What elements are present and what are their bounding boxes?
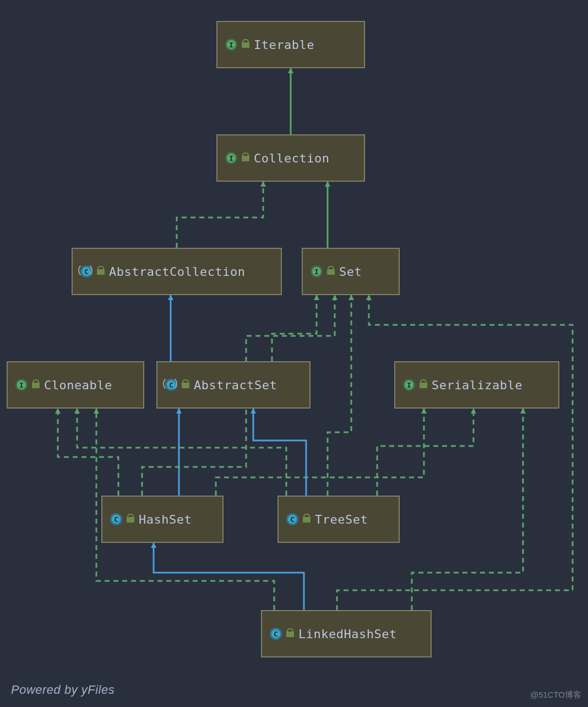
node-label: AbstractCollection <box>109 265 245 279</box>
node-linkedHashSet[interactable]: CLinkedHashSet <box>261 610 432 657</box>
interface-badge-icon: I <box>225 152 237 164</box>
node-label: TreeSet <box>315 513 368 526</box>
lock-icon <box>97 268 105 275</box>
edge-linkedHashSet-to-hashSet <box>154 543 304 610</box>
node-label: Set <box>339 265 362 279</box>
interface-badge-icon: I <box>15 379 28 391</box>
diagram-canvas: IIterableICollectionCAbstractCollectionI… <box>0 0 588 707</box>
node-abstractCollection[interactable]: CAbstractCollection <box>72 248 282 295</box>
watermark-label: @51CTO博客 <box>530 690 581 700</box>
lock-icon <box>32 382 40 388</box>
edge-linkedHashSet-to-set <box>337 295 573 610</box>
node-hashSet[interactable]: CHashSet <box>101 496 224 543</box>
lock-icon <box>127 516 134 523</box>
node-set[interactable]: ISet <box>302 248 400 295</box>
lock-icon <box>182 382 189 388</box>
node-iterable[interactable]: IIterable <box>216 21 365 68</box>
interface-badge-icon: I <box>225 39 237 51</box>
edge-treeSet-to-abstractSet <box>253 409 306 496</box>
node-serializable[interactable]: ISerializable <box>394 361 559 409</box>
node-abstractSet[interactable]: CAbstractSet <box>156 361 311 409</box>
class-badge-icon: C <box>270 628 282 640</box>
lock-icon <box>286 630 294 637</box>
class-badge-icon: C <box>286 513 298 525</box>
edge-hashSet-to-serializable <box>216 409 424 496</box>
node-cloneable[interactable]: ICloneable <box>7 361 144 409</box>
edges-layer <box>0 0 588 707</box>
interface-badge-icon: I <box>311 265 323 278</box>
node-label: AbstractSet <box>194 378 277 392</box>
node-collection[interactable]: ICollection <box>216 134 365 182</box>
powered-by-label: Powered by yFiles <box>11 683 115 697</box>
edge-linkedHashSet-to-serializable <box>412 409 523 610</box>
node-label: Serializable <box>432 378 522 392</box>
lock-icon <box>242 41 249 48</box>
edge-abstractCollection-to-collection <box>177 182 263 248</box>
edge-treeSet-to-serializable <box>377 409 473 496</box>
edge-treeSet-to-cloneable <box>77 409 286 496</box>
lock-icon <box>327 268 335 275</box>
edge-treeSet-to-set <box>328 295 351 496</box>
lock-icon <box>242 155 249 161</box>
edge-hashSet-to-cloneable <box>58 409 118 496</box>
node-label: Collection <box>254 151 329 165</box>
node-treeSet[interactable]: CTreeSet <box>277 496 400 543</box>
node-label: Iterable <box>254 38 314 52</box>
node-label: LinkedHashSet <box>298 627 397 641</box>
lock-icon <box>303 516 311 523</box>
abstract-ring-icon <box>78 263 92 278</box>
node-label: HashSet <box>139 513 192 526</box>
abstract-ring-icon <box>163 377 177 391</box>
edge-abstractSet-to-set <box>272 295 317 361</box>
interface-badge-icon: I <box>403 379 415 391</box>
lock-icon <box>420 382 427 388</box>
node-label: Cloneable <box>44 378 112 392</box>
class-badge-icon: C <box>110 513 122 525</box>
